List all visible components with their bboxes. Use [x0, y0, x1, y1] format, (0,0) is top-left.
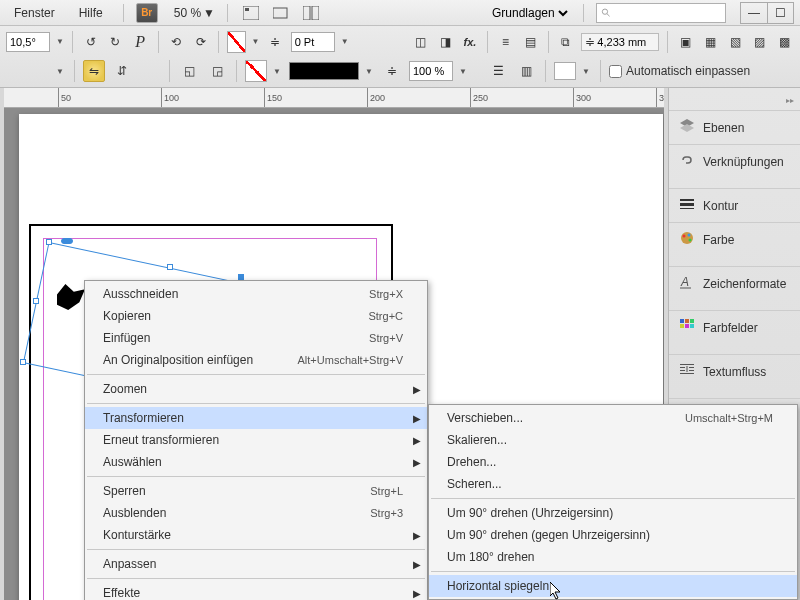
infront-icon[interactable]: ◨ [436, 31, 455, 53]
no-stroke-swatch[interactable] [227, 31, 246, 53]
stroke-stepper-icon[interactable]: ≑ [266, 31, 285, 53]
panel-item-textwrap[interactable]: Textumfluss [669, 354, 800, 388]
selection-handle[interactable] [20, 359, 26, 365]
menu-item[interactable]: Um 180° drehen [429, 546, 797, 568]
menu-shortcut: Strg+V [369, 332, 403, 344]
menu-item[interactable]: Um 90° drehen (Uhrzeigersinn) [429, 502, 797, 524]
flip-cw-icon[interactable]: ⟳ [191, 31, 210, 53]
ruler-tick: 50 [58, 88, 71, 108]
chevron-down-icon[interactable]: ▼ [365, 67, 375, 76]
menu-hilfe[interactable]: Hilfe [71, 3, 111, 23]
frame-fit-icon[interactable]: ▣ [676, 31, 695, 53]
selection-handle[interactable] [33, 298, 39, 304]
frame-fill-icon[interactable]: ▦ [701, 31, 720, 53]
view-options-icon[interactable] [240, 3, 262, 23]
menu-item[interactable]: EinfügenStrg+V [85, 327, 427, 349]
rotate-cw-icon[interactable]: ↻ [106, 31, 125, 53]
wrap-icon[interactable]: ☰ [487, 60, 509, 82]
no-fill-swatch[interactable] [245, 60, 267, 82]
menu-fenster[interactable]: Fenster [6, 3, 63, 23]
align-para-icon[interactable]: ≡ [496, 31, 515, 53]
selection-link-handle[interactable] [61, 238, 73, 244]
panel-item-links[interactable]: Verknüpfungen [669, 144, 800, 178]
chevron-down-icon[interactable]: ▼ [56, 67, 66, 76]
selection-handle[interactable] [167, 264, 173, 270]
panel-item-color[interactable]: Farbe [669, 222, 800, 256]
chevron-down-icon[interactable]: ▼ [341, 37, 349, 46]
columns-icon[interactable]: ▥ [515, 60, 537, 82]
panel-item-layers[interactable]: Ebenen [669, 110, 800, 144]
stroke-width-input[interactable] [597, 36, 655, 48]
fx-icon[interactable]: fx. [461, 31, 480, 53]
arrange-icon[interactable] [300, 3, 322, 23]
frame-prop-icon[interactable]: ▩ [775, 31, 794, 53]
flip-ccw-icon[interactable]: ⟲ [166, 31, 185, 53]
text-block-icon[interactable]: ▤ [521, 31, 540, 53]
svg-rect-8 [680, 203, 694, 206]
panel-item-charstyle[interactable]: AZeichenformate [669, 266, 800, 300]
panel-item-swatches[interactable]: Farbfelder [669, 310, 800, 344]
flip-vertical-icon[interactable]: ⇵ [111, 60, 133, 82]
svg-rect-22 [680, 364, 694, 365]
panel-item-stroke[interactable]: Kontur [669, 188, 800, 222]
menu-item[interactable]: Verschieben...Umschalt+Strg+M [429, 407, 797, 429]
opacity-input[interactable] [409, 61, 453, 81]
menu-item[interactable]: Transformieren▶ [85, 407, 427, 429]
select-container-icon[interactable]: ◱ [178, 60, 200, 82]
frame-content-icon[interactable]: ▨ [750, 31, 769, 53]
stroke-width-field[interactable]: ≑ [581, 33, 659, 51]
stroke-pt-input[interactable] [291, 32, 335, 52]
chevron-down-icon[interactable]: ▼ [56, 37, 64, 46]
menu-item[interactable]: Drehen... [429, 451, 797, 473]
svg-rect-28 [680, 373, 694, 374]
menu-item[interactable]: Horizontal spiegeln [429, 575, 797, 597]
ruler-tick: 150 [264, 88, 282, 108]
select-content-icon[interactable]: ◲ [206, 60, 228, 82]
behind-icon[interactable]: ◫ [411, 31, 430, 53]
menu-item[interactable]: AusschneidenStrg+X [85, 283, 427, 305]
chevron-down-icon[interactable]: ▼ [582, 67, 592, 76]
panel-collapse-icon[interactable]: ▸▸ [669, 96, 800, 110]
search-input[interactable] [616, 7, 721, 19]
fill-black-swatch[interactable] [289, 62, 359, 80]
menu-item[interactable]: AusblendenStrg+3 [85, 502, 427, 524]
menu-item[interactable]: Scheren... [429, 473, 797, 495]
menu-label: Um 90° drehen (gegen Uhrzeigersinn) [447, 528, 773, 542]
menu-item[interactable]: KopierenStrg+C [85, 305, 427, 327]
search-field[interactable] [596, 3, 726, 23]
workspace-select[interactable]: Grundlagen [488, 5, 571, 21]
minimize-button[interactable]: — [741, 3, 767, 23]
menu-item[interactable]: Um 90° drehen (gegen Uhrzeigersinn) [429, 524, 797, 546]
horizontal-ruler[interactable]: 50 100 150 200 250 300 35 [4, 88, 664, 108]
maximize-button[interactable]: ☐ [767, 3, 793, 23]
menu-item[interactable]: Anpassen▶ [85, 553, 427, 575]
menu-item[interactable]: Erneut transformieren▶ [85, 429, 427, 451]
chevron-down-icon[interactable]: ▼ [273, 67, 283, 76]
screen-mode-icon[interactable] [270, 3, 292, 23]
crop-icon[interactable]: ⧉ [557, 31, 576, 53]
opacity-stepper-icon[interactable]: ≑ [381, 60, 403, 82]
chevron-down-icon[interactable]: ▼ [459, 67, 469, 76]
zoom-level[interactable]: 50 % ▼ [174, 6, 215, 20]
menu-item[interactable]: Effekte▶ [85, 582, 427, 600]
selection-handle[interactable] [46, 239, 52, 245]
rotation-input[interactable] [6, 32, 50, 52]
svg-rect-7 [680, 199, 694, 201]
autofit-checkbox[interactable]: Automatisch einpassen [609, 64, 750, 78]
menu-item[interactable]: Konturstärke▶ [85, 524, 427, 546]
flip-horizontal-icon[interactable]: ⇋ [83, 60, 105, 82]
menu-item[interactable]: SperrenStrg+L [85, 480, 427, 502]
bridge-button[interactable]: Br [136, 3, 158, 23]
menu-label: Einfügen [103, 331, 339, 345]
glyph-p-icon[interactable]: P [131, 31, 150, 53]
menu-item[interactable]: Zoomen▶ [85, 378, 427, 400]
frame-center-icon[interactable]: ▧ [726, 31, 745, 53]
menu-item[interactable]: An Originalposition einfügenAlt+Umschalt… [85, 349, 427, 371]
menu-item[interactable]: Auswählen▶ [85, 451, 427, 473]
window-controls: — ☐ [740, 2, 794, 24]
chevron-down-icon[interactable]: ▼ [252, 37, 260, 46]
svg-rect-19 [680, 324, 684, 328]
menu-item[interactable]: Skalieren... [429, 429, 797, 451]
corner-shape-swatch[interactable] [554, 62, 576, 80]
rotate-ccw-icon[interactable]: ↺ [81, 31, 100, 53]
